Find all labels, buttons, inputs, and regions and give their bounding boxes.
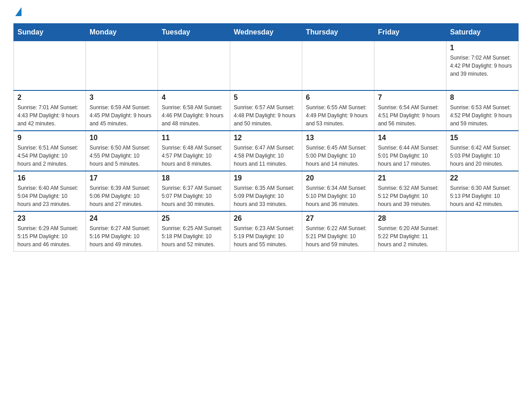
day-number: 5 [234,94,298,102]
day-number: 27 [306,214,370,223]
day-info: Sunrise: 6:50 AM Sunset: 4:55 PM Dayligh… [90,144,154,168]
day-of-week-header: Monday [86,24,158,41]
day-number: 4 [162,94,226,102]
calendar-day-cell [86,41,158,90]
calendar-day-cell [446,211,519,252]
day-info: Sunrise: 6:45 AM Sunset: 5:00 PM Dayligh… [306,144,370,168]
calendar-day-cell: 25Sunrise: 6:25 AM Sunset: 5:18 PM Dayli… [158,211,230,252]
calendar-day-cell [230,41,302,90]
calendar-day-cell: 24Sunrise: 6:27 AM Sunset: 5:16 PM Dayli… [86,211,158,252]
day-info: Sunrise: 6:40 AM Sunset: 5:04 PM Dayligh… [17,184,82,208]
calendar-day-cell [158,41,230,90]
day-of-week-header: Friday [374,24,446,41]
calendar-day-cell: 14Sunrise: 6:44 AM Sunset: 5:01 PM Dayli… [374,131,446,171]
day-number: 9 [17,134,82,142]
calendar-day-cell: 4Sunrise: 6:58 AM Sunset: 4:46 PM Daylig… [158,90,230,131]
calendar-day-cell: 13Sunrise: 6:45 AM Sunset: 5:00 PM Dayli… [302,131,374,171]
calendar-day-cell: 2Sunrise: 7:01 AM Sunset: 4:43 PM Daylig… [14,90,86,131]
calendar-day-cell: 5Sunrise: 6:57 AM Sunset: 4:48 PM Daylig… [230,90,302,131]
day-number: 17 [90,174,154,182]
day-info: Sunrise: 6:27 AM Sunset: 5:16 PM Dayligh… [90,224,154,248]
day-number: 16 [17,174,82,182]
day-info: Sunrise: 6:30 AM Sunset: 5:13 PM Dayligh… [450,184,515,208]
calendar-day-cell: 20Sunrise: 6:34 AM Sunset: 5:10 PM Dayli… [302,171,374,211]
day-number: 14 [378,134,442,142]
day-number: 12 [234,134,298,142]
day-info: Sunrise: 6:51 AM Sunset: 4:54 PM Dayligh… [17,144,82,168]
calendar-week-row: 2Sunrise: 7:01 AM Sunset: 4:43 PM Daylig… [14,90,519,131]
calendar-header-row: SundayMondayTuesdayWednesdayThursdayFrid… [14,24,519,41]
day-number: 1 [450,44,515,52]
calendar-day-cell: 11Sunrise: 6:48 AM Sunset: 4:57 PM Dayli… [158,131,230,171]
day-info: Sunrise: 6:35 AM Sunset: 5:09 PM Dayligh… [234,184,298,208]
calendar-week-row: 23Sunrise: 6:29 AM Sunset: 5:15 PM Dayli… [14,211,519,252]
day-number: 24 [90,214,154,223]
day-info: Sunrise: 6:44 AM Sunset: 5:01 PM Dayligh… [378,144,442,168]
day-info: Sunrise: 6:22 AM Sunset: 5:21 PM Dayligh… [306,224,370,248]
calendar-day-cell [14,41,86,90]
day-info: Sunrise: 6:53 AM Sunset: 4:52 PM Dayligh… [450,103,515,128]
day-info: Sunrise: 6:20 AM Sunset: 5:22 PM Dayligh… [378,224,442,248]
day-info: Sunrise: 6:34 AM Sunset: 5:10 PM Dayligh… [306,184,370,208]
day-info: Sunrise: 6:47 AM Sunset: 4:58 PM Dayligh… [234,144,298,168]
calendar-week-row: 1Sunrise: 7:02 AM Sunset: 4:42 PM Daylig… [14,41,519,90]
day-number: 10 [90,134,154,142]
day-info: Sunrise: 6:48 AM Sunset: 4:57 PM Dayligh… [162,144,226,168]
calendar-day-cell: 1Sunrise: 7:02 AM Sunset: 4:42 PM Daylig… [446,41,519,90]
calendar-day-cell: 27Sunrise: 6:22 AM Sunset: 5:21 PM Dayli… [302,211,374,252]
logo [13,9,21,14]
day-number: 3 [90,94,154,102]
logo-triangle-icon [15,7,21,16]
day-info: Sunrise: 6:54 AM Sunset: 4:51 PM Dayligh… [378,103,442,128]
calendar-day-cell [302,41,374,90]
day-info: Sunrise: 6:25 AM Sunset: 5:18 PM Dayligh… [162,224,226,248]
day-info: Sunrise: 6:55 AM Sunset: 4:49 PM Dayligh… [306,103,370,128]
day-info: Sunrise: 6:29 AM Sunset: 5:15 PM Dayligh… [17,224,82,248]
day-info: Sunrise: 6:58 AM Sunset: 4:46 PM Dayligh… [162,103,226,128]
day-info: Sunrise: 7:02 AM Sunset: 4:42 PM Dayligh… [450,54,515,78]
calendar-day-cell: 21Sunrise: 6:32 AM Sunset: 5:12 PM Dayli… [374,171,446,211]
calendar-table: SundayMondayTuesdayWednesdayThursdayFrid… [13,23,519,252]
day-number: 19 [234,174,298,182]
calendar-day-cell: 15Sunrise: 6:42 AM Sunset: 5:03 PM Dayli… [446,131,519,171]
day-of-week-header: Wednesday [230,24,302,41]
day-number: 11 [162,134,226,142]
day-info: Sunrise: 7:01 AM Sunset: 4:43 PM Dayligh… [17,103,82,128]
day-number: 25 [162,214,226,223]
day-number: 23 [17,214,82,223]
day-of-week-header: Sunday [14,24,86,41]
calendar-day-cell: 28Sunrise: 6:20 AM Sunset: 5:22 PM Dayli… [374,211,446,252]
calendar-day-cell: 26Sunrise: 6:23 AM Sunset: 5:19 PM Dayli… [230,211,302,252]
day-number: 20 [306,174,370,182]
day-number: 7 [378,94,442,102]
calendar-week-row: 16Sunrise: 6:40 AM Sunset: 5:04 PM Dayli… [14,171,519,211]
day-number: 26 [234,214,298,223]
calendar-day-cell: 19Sunrise: 6:35 AM Sunset: 5:09 PM Dayli… [230,171,302,211]
calendar-day-cell: 23Sunrise: 6:29 AM Sunset: 5:15 PM Dayli… [14,211,86,252]
calendar-day-cell: 8Sunrise: 6:53 AM Sunset: 4:52 PM Daylig… [446,90,519,131]
day-info: Sunrise: 6:32 AM Sunset: 5:12 PM Dayligh… [378,184,442,208]
day-info: Sunrise: 6:42 AM Sunset: 5:03 PM Dayligh… [450,144,515,168]
day-number: 15 [450,134,515,142]
day-number: 18 [162,174,226,182]
day-info: Sunrise: 6:23 AM Sunset: 5:19 PM Dayligh… [234,224,298,248]
calendar-day-cell: 18Sunrise: 6:37 AM Sunset: 5:07 PM Dayli… [158,171,230,211]
page-header [13,9,519,14]
day-number: 6 [306,94,370,102]
calendar-day-cell: 3Sunrise: 6:59 AM Sunset: 4:45 PM Daylig… [86,90,158,131]
calendar-day-cell: 22Sunrise: 6:30 AM Sunset: 5:13 PM Dayli… [446,171,519,211]
calendar-day-cell: 12Sunrise: 6:47 AM Sunset: 4:58 PM Dayli… [230,131,302,171]
calendar-week-row: 9Sunrise: 6:51 AM Sunset: 4:54 PM Daylig… [14,131,519,171]
calendar-day-cell: 16Sunrise: 6:40 AM Sunset: 5:04 PM Dayli… [14,171,86,211]
day-number: 22 [450,174,515,182]
day-info: Sunrise: 6:59 AM Sunset: 4:45 PM Dayligh… [90,103,154,128]
day-of-week-header: Tuesday [158,24,230,41]
day-number: 21 [378,174,442,182]
day-info: Sunrise: 6:57 AM Sunset: 4:48 PM Dayligh… [234,103,298,128]
day-info: Sunrise: 6:39 AM Sunset: 5:06 PM Dayligh… [90,184,154,208]
day-info: Sunrise: 6:37 AM Sunset: 5:07 PM Dayligh… [162,184,226,208]
day-number: 13 [306,134,370,142]
calendar-day-cell: 10Sunrise: 6:50 AM Sunset: 4:55 PM Dayli… [86,131,158,171]
calendar-day-cell: 9Sunrise: 6:51 AM Sunset: 4:54 PM Daylig… [14,131,86,171]
day-of-week-header: Thursday [302,24,374,41]
